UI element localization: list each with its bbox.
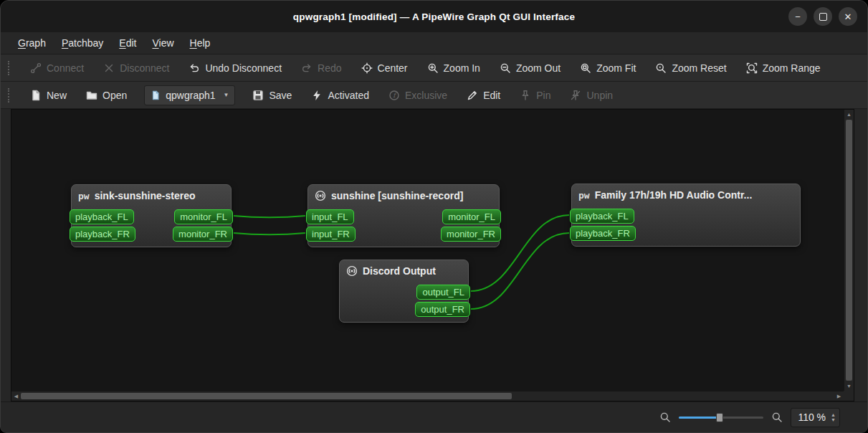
- toolbar-drag-handle[interactable]: [8, 61, 12, 75]
- vertical-scrollbar[interactable]: ▲ ▼: [844, 110, 854, 391]
- session-combobox[interactable]: qpwgraph1 ▼: [144, 85, 235, 105]
- port-output-fl[interactable]: output_FL: [416, 285, 470, 300]
- zoom-in-label: Zoom In: [444, 62, 480, 74]
- edit-pencil-icon: [467, 90, 478, 101]
- port-input-fr[interactable]: input_FR: [306, 227, 356, 242]
- graph-canvas[interactable]: pw sink-sunshine-stereo playback_FL play…: [11, 110, 844, 391]
- disconnect-label: Disconnect: [120, 62, 169, 74]
- app-window: qpwgraph1 [modified] — A PipeWire Graph …: [0, 0, 868, 433]
- menu-bar: Graph Patchbay Edit View Help: [1, 32, 867, 54]
- graph-node-family-hd-audio[interactable]: pw Family 17h/19h HD Audio Contr... play…: [571, 184, 801, 247]
- zoom-range-button[interactable]: Zoom Range: [738, 57, 829, 78]
- open-label: Open: [102, 90, 127, 101]
- close-icon: ✕: [844, 12, 852, 22]
- node-title: sink-sunshine-stereo: [95, 190, 196, 201]
- activated-label: Activated: [328, 90, 369, 101]
- window-title: qpwgraph1 [modified] — A PipeWire Graph …: [293, 11, 575, 22]
- window-controls: − ✕: [788, 1, 857, 32]
- unpin-icon: [570, 90, 581, 101]
- port-playback-fr[interactable]: playback_FR: [570, 226, 636, 241]
- redo-icon: [301, 62, 313, 74]
- zoom-fit-button[interactable]: Zoom Fit: [572, 57, 644, 78]
- zoom-fit-icon: [580, 62, 591, 74]
- media-record-icon: [346, 265, 358, 277]
- zoom-reset-button[interactable]: Zoom Reset: [647, 57, 734, 78]
- port-output-fr[interactable]: output_FR: [415, 302, 470, 317]
- zoom-in-button[interactable]: Zoom In: [419, 57, 488, 78]
- scroll-right-arrow[interactable]: ▶: [834, 391, 844, 401]
- zoom-slider-thumb[interactable]: [716, 413, 723, 422]
- node-title: sunshine [sunshine-record]: [331, 190, 463, 201]
- open-button[interactable]: Open: [78, 85, 135, 105]
- port-playback-fr[interactable]: playback_FR: [70, 227, 135, 242]
- node-title: Family 17h/19h HD Audio Contr...: [595, 189, 753, 201]
- title-bar[interactable]: qpwgraph1 [modified] — A PipeWire Graph …: [1, 1, 867, 32]
- zoom-out-icon: [500, 62, 511, 74]
- undo-disconnect-button[interactable]: Undo Disconnect: [181, 57, 290, 78]
- zoom-out-button[interactable]: Zoom Out: [492, 57, 568, 78]
- horizontal-scrollbar-thumb[interactable]: [21, 393, 512, 399]
- unpin-button[interactable]: Unpin: [562, 85, 621, 105]
- port-monitor-fl[interactable]: monitor_FL: [174, 209, 233, 224]
- new-label: New: [47, 90, 67, 101]
- disconnect-button[interactable]: Disconnect: [95, 57, 177, 78]
- disconnect-icon: [103, 62, 115, 74]
- spin-down-icon[interactable]: ▼: [831, 417, 836, 422]
- graph-node-sink-sunshine-stereo[interactable]: pw sink-sunshine-stereo playback_FL play…: [71, 184, 232, 247]
- exclusive-label: Exclusive: [405, 90, 447, 101]
- center-button[interactable]: Center: [353, 57, 416, 78]
- port-input-fl[interactable]: input_FL: [306, 209, 354, 224]
- port-monitor-fl[interactable]: monitor_FL: [442, 209, 501, 224]
- menu-view[interactable]: View: [144, 32, 181, 54]
- activated-button[interactable]: Activated: [303, 85, 377, 105]
- undo-disconnect-label: Undo Disconnect: [205, 62, 282, 74]
- scrollbar-corner: [844, 391, 854, 401]
- spin-up-icon[interactable]: ▲: [831, 412, 836, 417]
- connect-label: Connect: [47, 62, 84, 74]
- vertical-scrollbar-thumb[interactable]: [846, 120, 852, 381]
- zoom-range-label: Zoom Range: [763, 62, 821, 74]
- menu-patchbay[interactable]: Patchbay: [54, 32, 111, 54]
- port-playback-fl[interactable]: playback_FL: [70, 209, 134, 224]
- save-button[interactable]: Save: [244, 85, 300, 105]
- maximize-button[interactable]: [814, 7, 832, 26]
- scroll-up-arrow[interactable]: ▲: [844, 110, 854, 119]
- toolbar-main: Connect Disconnect Undo Disconnect Redo: [1, 54, 867, 82]
- minimize-button[interactable]: −: [788, 7, 807, 26]
- menu-edit[interactable]: Edit: [111, 32, 144, 54]
- graph-node-discord-output[interactable]: Discord Output output_FL output_FR: [339, 260, 469, 323]
- pin-button[interactable]: Pin: [512, 85, 558, 105]
- redo-button[interactable]: Redo: [293, 57, 349, 78]
- connection-wire[interactable]: [234, 233, 305, 234]
- new-file-icon: [30, 90, 42, 101]
- scroll-down-arrow[interactable]: ▼: [844, 381, 854, 391]
- activated-lightning-icon: [311, 90, 323, 101]
- toolbar-drag-handle[interactable]: [8, 88, 12, 103]
- chevron-down-icon: ▼: [224, 92, 229, 98]
- scroll-left-arrow[interactable]: ◀: [11, 391, 21, 401]
- zoom-range-icon: [746, 62, 758, 74]
- connect-icon: [30, 62, 42, 74]
- zoom-slider[interactable]: [679, 411, 763, 424]
- session-name: qpwgraph1: [166, 90, 215, 101]
- edit-button[interactable]: Edit: [459, 85, 508, 105]
- zoom-spinbox[interactable]: 110 % ▲ ▼: [791, 408, 840, 427]
- graph-node-sunshine[interactable]: sunshine [sunshine-record] input_FL inpu…: [307, 184, 500, 247]
- port-monitor-fr[interactable]: monitor_FR: [441, 227, 501, 242]
- connect-button[interactable]: Connect: [22, 57, 92, 78]
- center-label: Center: [378, 62, 408, 74]
- center-icon: [361, 62, 373, 74]
- new-button[interactable]: New: [22, 85, 75, 105]
- close-button[interactable]: ✕: [839, 7, 857, 26]
- horizontal-scrollbar[interactable]: ◀ ▶: [11, 391, 844, 401]
- exclusive-button[interactable]: f Exclusive: [381, 85, 455, 105]
- connection-wire[interactable]: [234, 216, 305, 217]
- zoom-fit-label: Zoom Fit: [596, 62, 636, 74]
- port-monitor-fr[interactable]: monitor_FR: [173, 227, 233, 242]
- save-label: Save: [269, 90, 292, 101]
- menu-help[interactable]: Help: [182, 32, 219, 54]
- menu-graph[interactable]: Graph: [10, 32, 54, 54]
- port-playback-fl[interactable]: playback_FL: [570, 209, 634, 224]
- minimize-icon: −: [795, 12, 801, 22]
- zoom-slider-max-icon: [771, 411, 783, 423]
